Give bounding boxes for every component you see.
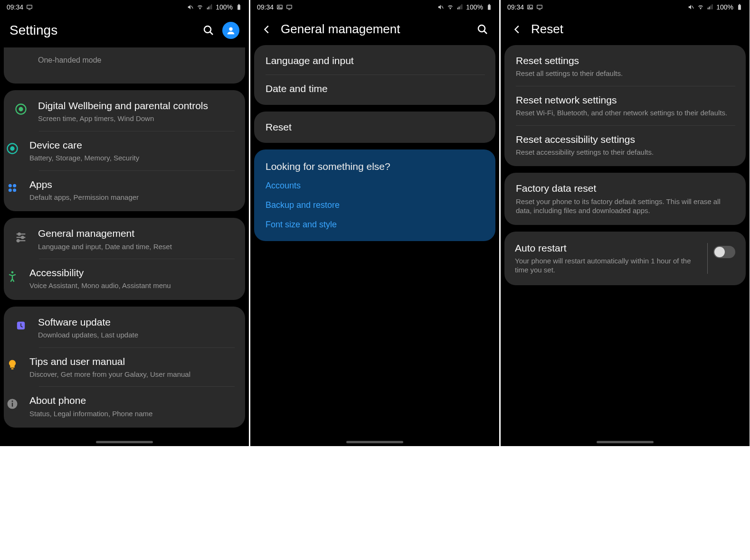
page-title: Settings — [9, 23, 57, 38]
gm-row-reset[interactable]: Reset — [254, 113, 495, 141]
row-sub: Reset accessibility settings to their de… — [516, 148, 735, 157]
svg-rect-5 — [210, 6, 211, 9]
nav-handle[interactable] — [346, 441, 403, 443]
status-bar: 09:34 100% — [501, 0, 750, 14]
status-bar: 09:34 100% — [0, 0, 249, 14]
auto-restart-toggle[interactable] — [713, 246, 735, 258]
settings-row-software-update[interactable]: Software update Download updates, Last u… — [4, 308, 245, 347]
row-title: Auto restart — [515, 242, 696, 254]
row-title: Software update — [38, 316, 235, 328]
looking-for-title: Looking for something else? — [254, 151, 495, 176]
svg-point-17 — [13, 184, 16, 187]
signal-icon — [707, 4, 713, 10]
status-time: 09:34 — [7, 3, 23, 11]
svg-rect-30 — [12, 403, 13, 407]
reset-row-accessibility[interactable]: Reset accessibility settings Reset acces… — [516, 125, 735, 165]
svg-line-44 — [484, 31, 487, 34]
row-sub: Screen time, App timers, Wind Down — [38, 114, 235, 123]
page-title: Reset — [531, 22, 563, 37]
separator — [707, 243, 708, 274]
link-font-size-style[interactable]: Font size and style — [254, 215, 495, 239]
settings-row-device-care[interactable]: Device care Battery, Storage, Memory, Se… — [39, 131, 235, 170]
settings-row-apps[interactable]: Apps Default apps, Permission manager — [39, 170, 235, 210]
svg-point-19 — [13, 188, 16, 192]
row-sub: Reset your phone to its factory default … — [516, 197, 735, 215]
back-button[interactable] — [260, 22, 274, 37]
settings-row-wellbeing[interactable]: Digital Wellbeing and parental controls … — [4, 92, 245, 131]
auto-restart-card: Auto restart Your phone will restart aut… — [504, 232, 746, 285]
svg-rect-34 — [287, 5, 292, 9]
svg-point-11 — [229, 28, 232, 31]
row-sub: Default apps, Permission manager — [29, 193, 235, 202]
settings-card-partial: One-handed mode — [4, 47, 245, 84]
nav-handle[interactable] — [597, 441, 654, 443]
search-icon[interactable] — [475, 22, 490, 37]
svg-point-25 — [17, 240, 19, 242]
svg-rect-0 — [27, 5, 32, 9]
account-avatar[interactable] — [222, 22, 239, 39]
gm-row-language[interactable]: Language and input — [254, 47, 495, 75]
settings-row-one-handed[interactable]: One-handed mode — [4, 48, 245, 82]
row-title: Accessibility — [29, 267, 235, 279]
apps-icon — [4, 179, 21, 196]
svg-rect-47 — [537, 5, 542, 9]
reset-row-factory[interactable]: Factory data reset Reset your phone to i… — [504, 175, 746, 223]
back-button[interactable] — [510, 22, 524, 37]
svg-rect-4 — [209, 7, 209, 9]
row-sub: Download updates, Last update — [38, 330, 235, 340]
svg-point-36 — [450, 8, 451, 9]
phone-general-management: 09:34 100% General management Language a… — [250, 0, 499, 446]
settings-row-accessibility[interactable]: Accessibility Voice Assistant, Mono audi… — [39, 259, 235, 298]
status-battery: 100% — [466, 3, 483, 11]
svg-point-26 — [11, 271, 14, 274]
svg-rect-6 — [211, 4, 212, 9]
svg-point-43 — [478, 25, 485, 32]
row-title: Date and time — [266, 83, 485, 95]
mute-icon — [688, 4, 694, 10]
device-care-icon — [4, 140, 21, 157]
link-backup-restore[interactable]: Backup and restore — [254, 196, 495, 215]
row-sub: Your phone will restart automatically wi… — [515, 256, 696, 275]
settings-row-tips[interactable]: Tips and user manual Discover, Get more … — [39, 347, 235, 387]
svg-point-13 — [19, 108, 23, 111]
svg-rect-41 — [488, 5, 491, 9]
image-icon — [276, 4, 283, 10]
header: Reset — [501, 14, 750, 45]
info-icon — [4, 395, 21, 412]
screenshot-icon — [26, 4, 33, 10]
link-accounts[interactable]: Accounts — [254, 176, 495, 196]
gm-row-date-time[interactable]: Date and time — [266, 75, 485, 103]
svg-point-18 — [9, 188, 12, 192]
nav-handle[interactable] — [96, 441, 153, 443]
svg-rect-42 — [489, 4, 490, 5]
settings-row-general-management[interactable]: General management Language and input, D… — [4, 220, 245, 259]
svg-rect-53 — [712, 4, 713, 9]
status-bar: 09:34 100% — [250, 0, 499, 14]
svg-rect-37 — [457, 8, 458, 9]
svg-rect-40 — [462, 4, 463, 9]
battery-icon — [236, 4, 242, 10]
row-sub: Status, Legal information, Phone name — [29, 409, 235, 419]
search-icon[interactable] — [201, 23, 216, 37]
mute-icon — [187, 4, 194, 10]
svg-rect-38 — [459, 7, 460, 9]
reset-card: Factory data reset Reset your phone to i… — [504, 173, 746, 224]
svg-line-1 — [191, 6, 193, 9]
reset-row-settings[interactable]: Reset settings Reset all settings to the… — [504, 47, 746, 86]
reset-row-network[interactable]: Reset network settings Reset Wi-Fi, Blue… — [516, 86, 735, 125]
svg-rect-28 — [11, 368, 14, 369]
svg-rect-39 — [460, 6, 461, 9]
svg-point-15 — [11, 147, 14, 150]
settings-row-about-phone[interactable]: About phone Status, Legal information, P… — [39, 386, 235, 426]
row-title: Reset settings — [516, 55, 735, 67]
svg-point-46 — [529, 6, 530, 7]
svg-point-33 — [278, 6, 279, 7]
svg-rect-8 — [238, 4, 239, 5]
settings-card: Digital Wellbeing and parental controls … — [4, 90, 245, 211]
status-battery: 100% — [716, 3, 733, 11]
page-title: General management — [281, 22, 400, 37]
wifi-icon — [197, 4, 203, 10]
row-sub: Battery, Storage, Memory, Security — [29, 153, 235, 163]
auto-restart-row[interactable]: Auto restart Your phone will restart aut… — [504, 233, 746, 283]
row-title: Device care — [29, 139, 235, 151]
